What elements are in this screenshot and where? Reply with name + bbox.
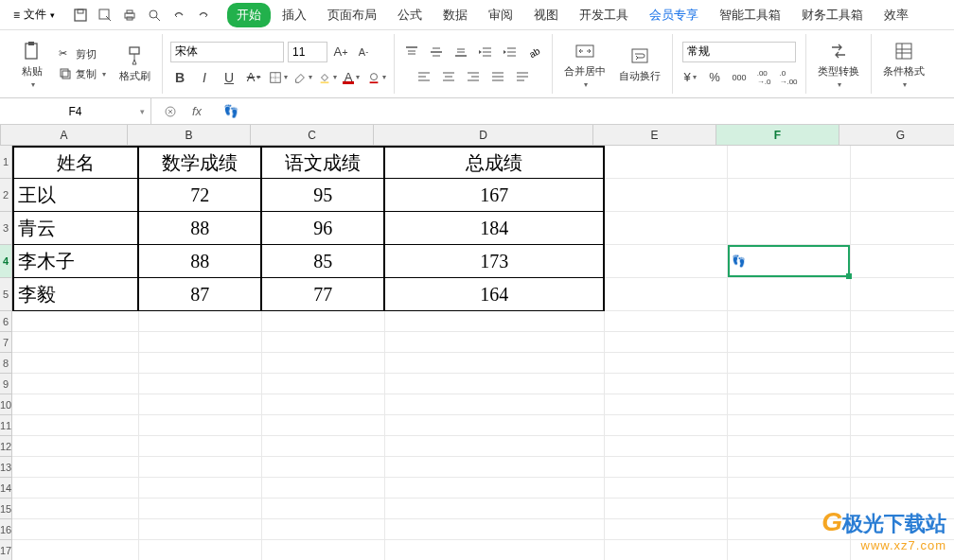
cell-A7[interactable] xyxy=(12,332,139,353)
cell-D8[interactable] xyxy=(385,353,605,374)
cell-C6[interactable] xyxy=(262,311,385,332)
cell-D13[interactable] xyxy=(385,457,605,478)
cell-A16[interactable] xyxy=(12,519,139,540)
cell-F14[interactable] xyxy=(728,478,851,499)
cut-button[interactable]: ✂剪切 xyxy=(55,45,110,63)
cell-D10[interactable] xyxy=(385,394,605,415)
cell-G6[interactable] xyxy=(851,311,954,332)
cell-E17[interactable] xyxy=(605,540,728,560)
cell-B6[interactable] xyxy=(139,311,262,332)
cell-C17[interactable] xyxy=(262,540,385,560)
tab-developer[interactable]: 开发工具 xyxy=(570,3,638,27)
align-center-icon[interactable] xyxy=(439,67,458,86)
wrap-text-button[interactable]: 自动换行 xyxy=(615,43,664,85)
cell-F5[interactable] xyxy=(728,278,851,311)
formula-input[interactable]: 👣 xyxy=(216,104,954,119)
cell-G10[interactable] xyxy=(851,394,954,415)
cell-D1[interactable]: 总成绩 xyxy=(385,146,605,179)
cell-B8[interactable] xyxy=(139,353,262,374)
cell-C2[interactable]: 95 xyxy=(262,179,385,212)
cell-F12[interactable] xyxy=(728,436,851,457)
cell-F1[interactable] xyxy=(728,146,851,179)
column-header-D[interactable]: D xyxy=(374,125,593,145)
comma-icon[interactable]: 000 xyxy=(730,68,749,87)
cell-E8[interactable] xyxy=(605,353,728,374)
cell-E16[interactable] xyxy=(605,519,728,540)
distribute-icon[interactable] xyxy=(513,67,532,86)
align-bottom-icon[interactable] xyxy=(451,43,470,61)
cell-F4[interactable]: 👣 xyxy=(728,245,851,278)
cell-D15[interactable] xyxy=(385,499,605,519)
file-menu[interactable]: ≡ 文件 ▾ xyxy=(8,5,61,25)
cell-D2[interactable]: 167 xyxy=(385,179,605,212)
cell-G4[interactable] xyxy=(851,245,954,278)
row-header-17[interactable]: 17 xyxy=(0,540,12,560)
cell-A1[interactable]: 姓名 xyxy=(12,146,139,179)
border-icon[interactable] xyxy=(269,68,288,87)
italic-icon[interactable]: I xyxy=(195,68,214,87)
format-painter-button[interactable]: 格式刷 xyxy=(115,43,154,85)
fill-eraser-icon[interactable] xyxy=(293,68,312,87)
strikethrough-icon[interactable]: A xyxy=(244,68,263,87)
tab-review[interactable]: 审阅 xyxy=(479,3,522,27)
cell-B16[interactable] xyxy=(139,519,262,540)
column-header-B[interactable]: B xyxy=(128,125,251,145)
row-header-2[interactable]: 2 xyxy=(0,179,12,212)
cell-G8[interactable] xyxy=(851,353,954,374)
cell-F6[interactable] xyxy=(728,311,851,332)
row-header-10[interactable]: 10 xyxy=(0,394,12,415)
merge-center-button[interactable]: 合并居中 xyxy=(560,38,610,91)
cell-E2[interactable] xyxy=(605,179,728,212)
undo-icon[interactable] xyxy=(170,7,187,24)
cell-A4[interactable]: 李木子 xyxy=(12,245,139,278)
cell-E4[interactable] xyxy=(605,245,728,278)
align-left-icon[interactable] xyxy=(415,67,433,86)
fill-color-icon[interactable] xyxy=(318,68,337,87)
cell-A11[interactable] xyxy=(12,415,139,436)
cell-A17[interactable] xyxy=(12,540,139,560)
cell-B11[interactable] xyxy=(139,415,262,436)
tab-formula[interactable]: 公式 xyxy=(388,3,432,27)
cell-D3[interactable]: 184 xyxy=(385,212,605,245)
row-header-15[interactable]: 15 xyxy=(0,499,12,519)
justify-icon[interactable] xyxy=(488,67,507,86)
cell-G11[interactable] xyxy=(851,415,954,436)
cell-A10[interactable] xyxy=(12,394,139,415)
cell-B12[interactable] xyxy=(139,436,262,457)
font-size-select[interactable] xyxy=(288,42,327,62)
print-preview-icon[interactable] xyxy=(146,7,163,24)
column-header-E[interactable]: E xyxy=(593,125,716,145)
redo-icon[interactable] xyxy=(195,7,212,24)
decrease-font-icon[interactable]: A- xyxy=(354,43,373,61)
cell-E1[interactable] xyxy=(605,146,728,179)
column-header-F[interactable]: F xyxy=(716,125,839,145)
conditional-format-button[interactable]: 条件格式 xyxy=(879,38,928,91)
cell-F2[interactable] xyxy=(728,179,851,212)
print-icon[interactable] xyxy=(121,7,138,24)
cell-C8[interactable] xyxy=(262,353,385,374)
cell-A8[interactable] xyxy=(12,353,139,374)
cell-E13[interactable] xyxy=(605,457,728,478)
cell-D16[interactable] xyxy=(385,519,605,540)
cell-C11[interactable] xyxy=(262,415,385,436)
column-header-G[interactable]: G xyxy=(839,125,954,145)
cell-F8[interactable] xyxy=(728,353,851,374)
save-icon[interactable] xyxy=(72,7,89,24)
decrease-indent-icon[interactable] xyxy=(476,43,495,61)
save-as-icon[interactable] xyxy=(97,7,114,24)
cell-G13[interactable] xyxy=(851,457,954,478)
tab-insert[interactable]: 插入 xyxy=(273,3,316,27)
cell-E5[interactable] xyxy=(605,278,728,311)
cell-G1[interactable] xyxy=(851,146,954,179)
cell-D12[interactable] xyxy=(385,436,605,457)
cell-C10[interactable] xyxy=(262,394,385,415)
cell-B7[interactable] xyxy=(139,332,262,353)
cell-A3[interactable]: 青云 xyxy=(12,212,139,245)
cell-B10[interactable] xyxy=(139,394,262,415)
cell-E10[interactable] xyxy=(605,394,728,415)
cell-E12[interactable] xyxy=(605,436,728,457)
cell-B2[interactable]: 72 xyxy=(139,179,262,212)
cell-C14[interactable] xyxy=(262,478,385,499)
tab-smart-tools[interactable]: 智能工具箱 xyxy=(710,3,790,27)
font-name-select[interactable] xyxy=(170,42,284,62)
